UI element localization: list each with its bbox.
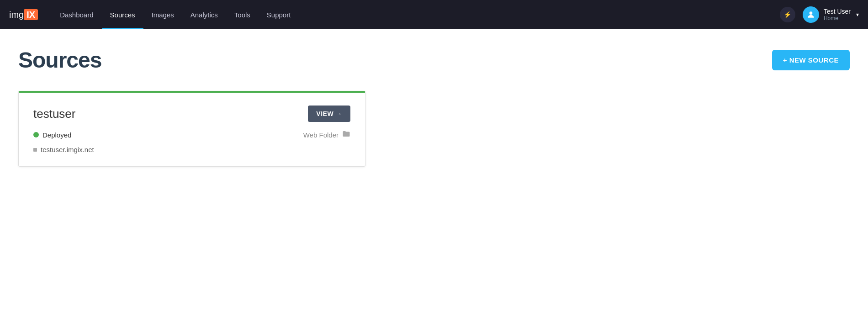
avatar xyxy=(803,6,819,23)
url-bullet-icon xyxy=(33,148,37,152)
main-content: Sources + NEW SOURCE testuser VIEW → Dep… xyxy=(0,29,868,322)
nav-right: ⚡ Test User Home ▾ xyxy=(780,6,859,23)
nav-item-images[interactable]: Images xyxy=(143,0,182,29)
new-source-button[interactable]: + NEW SOURCE xyxy=(772,50,850,70)
user-name: Test User xyxy=(824,8,851,15)
user-subtitle: Home xyxy=(824,15,851,21)
source-type-label: Web Folder xyxy=(303,131,339,139)
source-card-header: testuser VIEW → xyxy=(33,106,350,122)
nav-item-analytics[interactable]: Analytics xyxy=(182,0,226,29)
page-title: Sources xyxy=(18,48,101,73)
page-header: Sources + NEW SOURCE xyxy=(18,48,850,73)
sources-container: testuser VIEW → Deployed Web Folder xyxy=(18,91,365,167)
source-card: testuser VIEW → Deployed Web Folder xyxy=(18,91,365,167)
lightning-icon: ⚡ xyxy=(783,11,791,18)
nav-item-support[interactable]: Support xyxy=(259,0,299,29)
status-deployed: Deployed xyxy=(33,131,71,139)
user-info: Test User Home xyxy=(824,8,851,21)
nav-item-sources[interactable]: Sources xyxy=(102,0,143,29)
source-type: Web Folder xyxy=(303,130,350,139)
logo[interactable]: imgIX xyxy=(9,10,38,20)
logo-text: imgIX xyxy=(9,10,38,20)
status-label: Deployed xyxy=(42,131,71,139)
view-button[interactable]: VIEW → xyxy=(308,106,350,122)
source-status-row: Deployed Web Folder xyxy=(33,130,350,139)
source-url: testuser.imgix.net xyxy=(41,146,94,153)
chevron-down-icon: ▾ xyxy=(856,11,859,18)
source-name: testuser xyxy=(33,107,76,121)
folder-icon xyxy=(342,130,350,139)
source-url-row: testuser.imgix.net xyxy=(33,146,350,153)
lightning-button[interactable]: ⚡ xyxy=(780,7,795,22)
navbar: imgIX Dashboard Sources Images Analytics… xyxy=(0,0,868,29)
status-dot xyxy=(33,132,39,137)
nav-item-dashboard[interactable]: Dashboard xyxy=(52,0,101,29)
svg-point-0 xyxy=(810,11,813,15)
user-section[interactable]: Test User Home ▾ xyxy=(803,6,859,23)
nav-item-tools[interactable]: Tools xyxy=(226,0,259,29)
nav-links: Dashboard Sources Images Analytics Tools… xyxy=(52,0,780,29)
